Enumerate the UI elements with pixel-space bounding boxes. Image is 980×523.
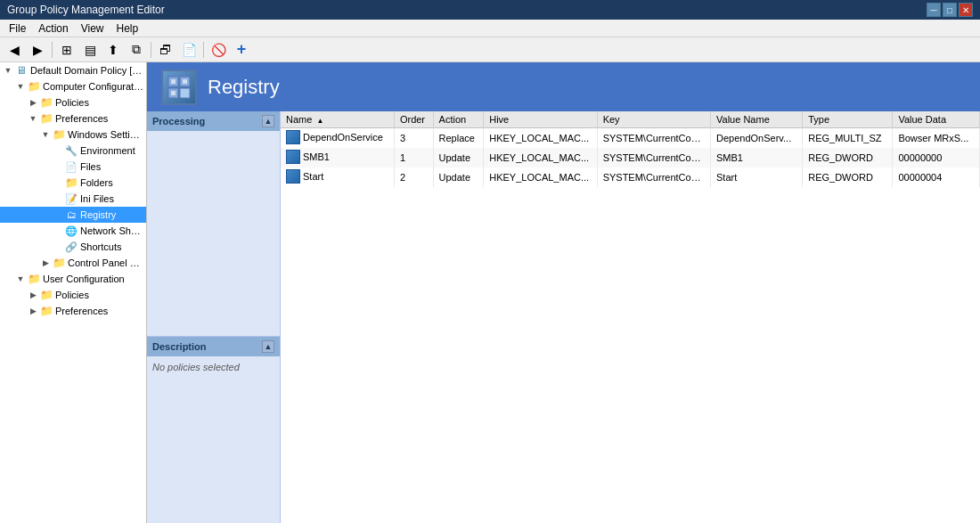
cell-valuename: SMB1 — [711, 148, 803, 168]
icon-user-policies: 📁 — [39, 288, 53, 302]
show-tree-button[interactable]: ⊞ — [56, 40, 78, 60]
cell-valuedata: Bowser MRxS... — [893, 128, 980, 149]
tree-item-shortcuts[interactable]: ▶ 🔗 Shortcuts — [0, 239, 146, 255]
col-type[interactable]: Type — [803, 111, 893, 128]
tree-item-windows-settings[interactable]: ▼ 📁 Windows Settings — [0, 127, 146, 143]
no-policy-text: No policies selected — [147, 356, 280, 523]
content-area: ▼ 🖥 Default Domain Policy [DC02.C| ▼ 📁 C… — [0, 62, 980, 523]
col-valuedata[interactable]: Value Data — [893, 111, 980, 128]
table-area: Name ▲ Order Action Hive Key Value Name … — [281, 111, 980, 523]
icon-policies: 📁 — [39, 95, 53, 110]
tree-item-files[interactable]: ▶ 📄 Files — [0, 159, 146, 175]
cell-name: Start — [281, 168, 394, 187]
menu-bar: File Action View Help — [0, 20, 980, 37]
back-button[interactable]: ◀ — [4, 40, 25, 60]
new-button[interactable]: 📄 — [178, 40, 200, 60]
delete-button[interactable]: 🚫 — [208, 40, 229, 60]
expander-computer-config[interactable]: ▼ — [14, 80, 27, 93]
cell-action: Replace — [433, 128, 484, 149]
table-row[interactable]: SMB1 1UpdateHKEY_LOCAL_MAC...SYSTEM\Curr… — [281, 148, 980, 168]
expander-windows-settings[interactable]: ▼ — [39, 128, 52, 141]
expander-default-domain[interactable]: ▼ — [2, 64, 14, 77]
tree-item-control-panel[interactable]: ▶ 📁 Control Panel Setting — [0, 255, 146, 271]
processing-body — [147, 131, 280, 336]
expander-control-panel[interactable]: ▶ — [39, 257, 52, 269]
icon-default-domain: 🖥 — [14, 63, 29, 78]
new-window-button[interactable]: 🗗 — [155, 40, 176, 60]
tree-item-user-config[interactable]: ▼ 📁 User Configuration — [0, 271, 146, 287]
cell-action: Update — [433, 168, 484, 187]
cell-type: REG_DWORD — [803, 168, 893, 187]
table-body: DependOnService 3ReplaceHKEY_LOCAL_MAC..… — [281, 128, 980, 188]
close-button[interactable]: ✕ — [959, 3, 973, 17]
svg-rect-3 — [180, 88, 190, 98]
label-environment: Environment — [80, 145, 135, 156]
description-panel: Description ▲ No policies selected — [147, 337, 280, 523]
menu-action[interactable]: Action — [33, 20, 73, 37]
cell-type: REG_DWORD — [803, 148, 893, 168]
separator-3 — [203, 42, 204, 58]
columns-button[interactable]: ▤ — [79, 40, 101, 60]
menu-view[interactable]: View — [76, 20, 110, 37]
cell-key: SYSTEM\CurrentControlS... — [597, 148, 710, 168]
label-ini-files: Ini Files — [80, 193, 114, 204]
tree-item-computer-config[interactable]: ▼ 📁 Computer Configuration — [0, 78, 146, 94]
table-row[interactable]: DependOnService 3ReplaceHKEY_LOCAL_MAC..… — [281, 128, 980, 149]
toolbar: ◀ ▶ ⊞ ▤ ⬆ ⧉ 🗗 📄 🚫 + — [0, 37, 980, 62]
svg-rect-6 — [171, 91, 176, 95]
tree-item-folders[interactable]: ▶ 📁 Folders — [0, 175, 146, 191]
icon-ini-files: 📝 — [64, 192, 78, 206]
col-key[interactable]: Key — [597, 111, 710, 128]
col-action[interactable]: Action — [433, 111, 484, 128]
cell-key: SYSTEM\CurrentControlS... — [597, 128, 710, 149]
up-button[interactable]: ⬆ — [102, 40, 124, 60]
description-collapse-btn[interactable]: ▲ — [262, 340, 274, 353]
menu-file[interactable]: File — [4, 20, 31, 37]
sort-arrow-name: ▲ — [316, 117, 323, 125]
tree-item-user-preferences[interactable]: ▶ 📁 Preferences — [0, 303, 146, 319]
processing-collapse-btn[interactable]: ▲ — [262, 115, 274, 127]
forward-button[interactable]: ▶ — [27, 40, 48, 60]
tree-item-environment[interactable]: ▶ 🔧 Environment — [0, 143, 146, 159]
cell-name: DependOnService — [281, 128, 394, 149]
window-controls: ─ □ ✕ — [927, 3, 973, 17]
expander-user-preferences[interactable]: ▶ — [27, 305, 39, 317]
separator-2 — [151, 42, 151, 58]
cell-valuename: DependOnServ... — [711, 128, 803, 149]
expander-user-policies[interactable]: ▶ — [27, 289, 39, 301]
tree-item-policies[interactable]: ▶ 📁 Policies — [0, 94, 146, 110]
tree-item-registry[interactable]: ▶ 🗂 Registry — [0, 207, 146, 223]
menu-help[interactable]: Help — [111, 20, 144, 37]
window-title: Group Policy Management Editor — [7, 4, 165, 16]
restore-button[interactable]: □ — [943, 3, 957, 17]
tree-item-ini-files[interactable]: ▶ 📝 Ini Files — [0, 191, 146, 207]
expander-preferences[interactable]: ▼ — [27, 112, 39, 125]
title-bar: Group Policy Management Editor ─ □ ✕ — [0, 0, 980, 20]
tree-item-default-domain[interactable]: ▼ 🖥 Default Domain Policy [DC02.C| — [0, 62, 146, 78]
tree-item-user-policies[interactable]: ▶ 📁 Policies — [0, 287, 146, 303]
col-name[interactable]: Name ▲ — [281, 111, 394, 128]
cell-type: REG_MULTI_SZ — [803, 128, 893, 149]
processing-title: Processing — [152, 116, 205, 127]
table-header-row: Name ▲ Order Action Hive Key Value Name … — [281, 111, 980, 128]
col-order[interactable]: Order — [394, 111, 433, 128]
add-button[interactable]: + — [231, 40, 252, 60]
expander-policies[interactable]: ▶ — [27, 96, 39, 109]
minimize-button[interactable]: ─ — [927, 3, 941, 17]
cell-order: 2 — [394, 168, 433, 187]
col-hive[interactable]: Hive — [484, 111, 597, 128]
content-split: Processing ▲ Description ▲ No policies s… — [147, 111, 980, 523]
registry-header: Registry — [147, 62, 980, 111]
tree-panel: ▼ 🖥 Default Domain Policy [DC02.C| ▼ 📁 C… — [0, 62, 147, 523]
label-policies: Policies — [55, 97, 89, 108]
tree-item-network-shares[interactable]: ▶ 🌐 Network Shares — [0, 223, 146, 239]
label-default-domain: Default Domain Policy [DC02.C| — [30, 65, 144, 76]
col-valuename[interactable]: Value Name — [711, 111, 803, 128]
icon-network-shares: 🌐 — [64, 224, 78, 238]
right-panel: Registry Processing ▲ Description — [147, 62, 980, 523]
expander-user-config[interactable]: ▼ — [14, 273, 27, 285]
table-row[interactable]: Start 2UpdateHKEY_LOCAL_MAC...SYSTEM\Cur… — [281, 168, 980, 187]
copy-button[interactable]: ⧉ — [126, 40, 147, 60]
tree-item-preferences[interactable]: ▼ 📁 Preferences — [0, 110, 146, 127]
label-control-panel: Control Panel Setting — [68, 257, 144, 268]
